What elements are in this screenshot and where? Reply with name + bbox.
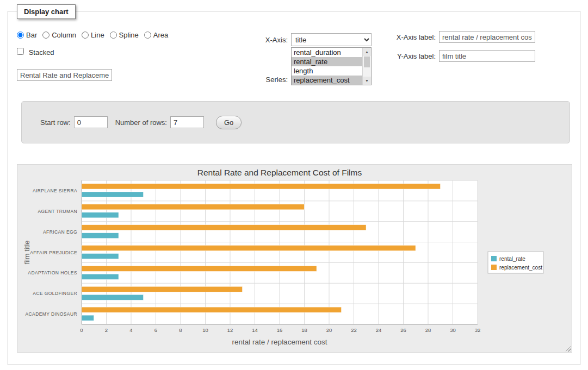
scrollbar-track[interactable] <box>363 68 371 77</box>
chart-type-radio-bar[interactable] <box>17 32 24 39</box>
stacked-option[interactable]: Stacked <box>17 48 54 57</box>
x-tick-label: 10 <box>202 327 208 333</box>
category-label: AIRPLANE SIERRA <box>33 188 77 193</box>
category-label: AFFAIR PREJUDICE <box>30 250 77 255</box>
x-axis-label-input[interactable] <box>439 31 535 43</box>
chart-type-radio-column[interactable] <box>42 32 49 39</box>
x-tick-label: 14 <box>252 327 258 333</box>
x-tick-label: 0 <box>80 327 83 333</box>
chart-type-label-line: Line <box>91 31 104 39</box>
bar-chart: AIRPLANE SIERRAAGENT TRUMANAFRICAN EGGAF… <box>17 165 573 352</box>
series-option[interactable]: length <box>292 66 362 76</box>
chart-type-radio-spline[interactable] <box>110 32 117 39</box>
chart-type-option-spline[interactable]: Spline <box>110 31 139 39</box>
chart-type-option-area[interactable]: Area <box>144 31 168 39</box>
series-option[interactable]: rental_rate <box>292 57 362 66</box>
series-option[interactable]: rental_duration <box>292 48 362 57</box>
series-scrollbar[interactable]: ▲ ▼ <box>362 48 371 85</box>
x-tick-label: 12 <box>227 327 233 333</box>
chart-type-label-area: Area <box>153 31 168 39</box>
category-label: AGENT TRUMAN <box>38 209 78 214</box>
stacked-label: Stacked <box>29 48 54 57</box>
series-label-text: Series: <box>242 76 288 85</box>
chart-type-option-column[interactable]: Column <box>42 31 76 39</box>
stacked-row: Stacked <box>17 48 54 57</box>
y-axis-label-row: Y-Axis label: <box>389 50 535 62</box>
x-axis-label-row: X-Axis label: <box>389 31 535 43</box>
bar-rental_rate <box>82 233 119 239</box>
category-label: AFRICAN EGG <box>43 229 77 235</box>
bar-rental_rate <box>82 294 144 300</box>
bar-replacement_cost <box>82 225 366 230</box>
bar-replacement_cost <box>82 246 416 251</box>
num-rows-label: Number of rows: <box>115 118 167 127</box>
legend-label-replacement_cost[interactable]: replacement_cost <box>499 265 542 271</box>
start-row-label: Start row: <box>40 118 71 127</box>
chart-type-label-column: Column <box>52 31 76 39</box>
num-rows-input[interactable] <box>170 116 204 128</box>
bar-replacement_cost <box>82 184 441 189</box>
chart-type-option-line[interactable]: Line <box>82 31 104 39</box>
bar-rental_rate <box>82 254 119 259</box>
x-tick-label: 28 <box>425 327 431 333</box>
bar-replacement_cost <box>82 307 342 312</box>
chart-xaxis-title: rental rate / replacement cost <box>232 338 327 346</box>
x-tick-label: 8 <box>179 327 182 333</box>
bar-replacement_cost <box>82 204 304 210</box>
y-axis-label-field-text: Y-Axis label: <box>389 52 436 60</box>
scroll-up-icon[interactable]: ▲ <box>363 48 371 56</box>
x-tick-label: 20 <box>326 327 332 333</box>
bar-rental_rate <box>82 274 119 279</box>
bar-replacement_cost <box>82 286 243 292</box>
rows-panel: Start row: Number of rows: Go <box>21 101 570 143</box>
fieldset-legend: Display chart <box>17 4 76 19</box>
x-axis-label-text: X-Axis: <box>242 36 288 44</box>
chart-type-radio-area[interactable] <box>144 32 151 39</box>
bar-rental_rate <box>82 212 119 218</box>
chart-panel: AIRPLANE SIERRAAGENT TRUMANAFRICAN EGGAF… <box>17 164 572 353</box>
series-option[interactable]: replacement_cost <box>292 76 362 85</box>
chart-type-label-spline: Spline <box>119 31 139 39</box>
chart-type-radio-line[interactable] <box>82 32 89 39</box>
bar-rental_rate <box>82 192 144 197</box>
x-axis-label-field-text: X-Axis label: <box>389 33 436 41</box>
chart-type-radio-group: Bar Column Line Spline Area <box>17 31 174 39</box>
series-options: rental_durationrental_ratelengthreplacem… <box>292 48 362 85</box>
chart-yaxis-title: film title <box>23 240 31 264</box>
display-chart-fieldset: Display chart Bar Column Line Spline Are… <box>8 11 580 365</box>
x-tick-label: 22 <box>351 327 357 333</box>
bar-replacement_cost <box>82 266 317 271</box>
legend-swatch-rental_rate[interactable] <box>491 256 497 261</box>
y-axis-label-input[interactable] <box>439 50 535 62</box>
stacked-checkbox[interactable] <box>17 48 24 55</box>
x-tick-label: 4 <box>129 327 132 333</box>
chart-title-row <box>17 69 112 81</box>
x-tick-label: 32 <box>475 327 481 333</box>
legend-label-rental_rate[interactable]: rental_rate <box>499 256 525 262</box>
x-tick-label: 30 <box>450 327 456 333</box>
series-listbox[interactable]: rental_durationrental_ratelengthreplacem… <box>291 47 372 85</box>
go-button[interactable]: Go <box>216 116 242 129</box>
series-row: Series: rental_durationrental_ratelength… <box>242 47 372 85</box>
scrollbar-thumb[interactable] <box>364 57 370 67</box>
x-tick-label: 16 <box>277 327 283 333</box>
x-tick-label: 2 <box>105 327 108 333</box>
category-label: ADAPTATION HOLES <box>28 270 77 275</box>
category-label: ACADEMY DINOSAUR <box>25 311 77 317</box>
start-row-input[interactable] <box>74 116 108 128</box>
x-axis-row: X-Axis: title <box>242 33 372 46</box>
bar-rental_rate <box>82 315 94 321</box>
chart-title-input[interactable] <box>17 69 112 81</box>
legend-swatch-replacement_cost[interactable] <box>491 265 497 270</box>
chart-type-option-bar[interactable]: Bar <box>17 31 37 39</box>
category-label: ACE GOLDFINGER <box>33 291 77 296</box>
x-tick-label: 26 <box>400 327 406 333</box>
x-tick-label: 18 <box>301 327 307 333</box>
scroll-down-icon[interactable]: ▼ <box>363 77 371 85</box>
x-axis-select[interactable]: title <box>291 33 372 46</box>
chart-title: Rental Rate and Replacement Cost of Film… <box>197 168 362 177</box>
chart-type-label-bar: Bar <box>26 31 37 39</box>
x-tick-label: 6 <box>154 327 157 333</box>
x-tick-label: 24 <box>376 327 382 333</box>
